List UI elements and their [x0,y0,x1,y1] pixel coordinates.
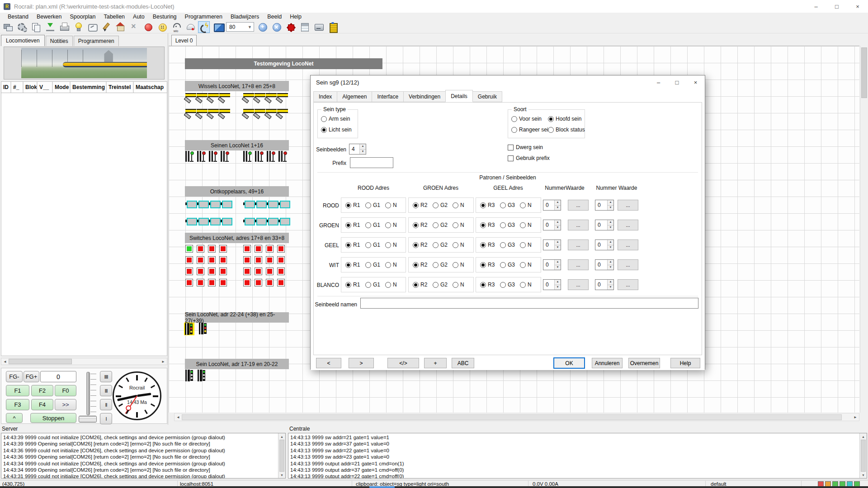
switch-output-symbol[interactable] [219,267,227,275]
seinbeelden-spinner[interactable]: 4 ▲▼ [349,144,366,155]
ontkoppelaar-symbol[interactable] [197,217,209,225]
save-button[interactable] [44,21,56,33]
spin-down-icon[interactable]: ▼ [608,265,613,270]
scroll-down-icon[interactable]: ▼ [278,472,286,478]
level-3-button[interactable]: III [100,385,112,396]
dialog-minimize-icon[interactable]: – [649,75,668,89]
radio-rangeer-sein[interactable]: Rangeer sein [511,127,551,133]
spin-down-icon[interactable]: ▼ [555,245,561,250]
maximize-icon[interactable]: □ [826,0,847,13]
radio-r3[interactable]: R3 [480,262,500,268]
dialog-title-bar[interactable]: Sein sg9 (12/12) – □ × [311,75,705,89]
scroll-down-icon[interactable]: ▼ [860,472,867,478]
dialog-maximize-icon[interactable]: □ [668,75,686,89]
scroll-right-icon[interactable]: ► [852,414,859,420]
nummer-waarde-spinner-1[interactable]: 0 ▲▼ [543,259,561,270]
delete-button[interactable] [128,21,140,33]
spinner-arrows[interactable]: ▲▼ [554,260,561,270]
spinner-arrows[interactable]: ▲▼ [607,200,613,210]
spin-down-icon[interactable]: ▼ [360,150,366,155]
spinner-arrows[interactable]: ▲▼ [554,200,561,210]
spin-down-icon[interactable]: ▼ [608,225,613,230]
tab-verbindingen[interactable]: Verbindingen [403,91,446,102]
menu-bladwijzers[interactable]: Bladwijzers [226,14,263,20]
switch-output-symbol[interactable] [277,267,285,275]
menu-tabellen[interactable]: Tabellen [99,14,129,20]
radio-g2[interactable]: G2 [433,222,453,228]
nummer-waarde-spinner-1[interactable]: 0 ▲▼ [543,200,561,211]
radio-voor-sein[interactable]: Voor sein [511,116,542,122]
menu-bewerken[interactable]: Bewerken [33,14,66,20]
radio-n2[interactable]: N [453,222,472,228]
nummer-waarde-spinner-1[interactable]: 0 ▲▼ [543,239,561,250]
more-button-2[interactable]: ... [618,279,638,290]
radio-r2[interactable]: R2 [413,242,433,248]
radio-g3[interactable]: G3 [500,202,520,208]
spinner-arrows[interactable]: ▲▼ [554,240,561,250]
sein-symbol[interactable] [243,150,251,163]
power-button[interactable] [198,21,210,33]
spinner-arrows[interactable]: ▲▼ [607,260,613,270]
clipboard-button[interactable] [326,21,338,33]
menu-help[interactable]: Help [286,14,306,20]
switch-output-symbol[interactable] [219,245,227,253]
col-blok[interactable]: Blok [24,82,38,93]
fg-plus-button[interactable]: FG+ [24,371,39,382]
slider-thumb[interactable] [79,416,97,422]
wissel-symbol[interactable] [266,109,277,117]
fg-minus-button[interactable]: FG- [6,371,23,382]
switch-output-symbol[interactable] [255,256,262,264]
radio-n2[interactable]: N [453,262,472,268]
radio-r1[interactable]: R1 [345,222,365,228]
apply-button[interactable]: Overnemen [628,358,660,368]
cancel-button[interactable]: Annuleren [592,358,623,368]
spin-up-icon[interactable]: ▲ [608,220,613,225]
sein-22-label[interactable]: Sein LocoNet, adr 22-24 (+38) en 25-27(+… [185,312,289,323]
dwerg-sein-checkbox[interactable]: Dwerg sein [508,144,543,150]
switch-output-symbol[interactable] [243,267,251,275]
spin-up-icon[interactable]: ▲ [555,260,561,265]
switch-output-symbol[interactable] [208,279,216,286]
wissel-symbol[interactable] [185,109,196,117]
edit-button[interactable] [100,21,112,33]
add-button[interactable]: + [424,358,447,368]
ontkoppelaar-symbol[interactable] [278,200,290,207]
spin-up-icon[interactable]: ▲ [608,260,613,265]
more-button-1[interactable]: ... [568,200,589,211]
radio-n3[interactable]: N [520,282,540,288]
new-plan-button[interactable] [2,21,14,33]
wissel-symbol[interactable] [208,109,219,117]
switch-output-symbol[interactable] [266,267,274,275]
emergency-stop-button[interactable] [284,21,296,33]
menu-besturing[interactable]: Besturing [149,14,181,20]
ok-button[interactable]: OK [554,358,585,368]
tab-algemeen[interactable]: Algemeen [337,91,372,102]
wissels-label[interactable]: Wissels LocoNet, 17+8 en 25+8 [185,81,289,91]
wissel-symbol[interactable] [243,93,254,101]
gebruik-prefix-checkbox[interactable]: Gebruik prefix [508,155,550,161]
switch-output-symbol[interactable] [208,267,216,275]
menu-bestand[interactable]: Bestand [4,14,33,20]
radio-g1[interactable]: G1 [365,282,385,288]
dome-button[interactable] [184,21,196,33]
switch-output-symbol[interactable] [197,279,204,286]
f4-button[interactable]: F4 [31,399,53,410]
tab-gebruik[interactable]: Gebruik [472,91,502,102]
more-button-2[interactable]: ... [618,220,638,230]
switch-output-symbol[interactable] [266,245,274,253]
switch-output-symbol[interactable] [266,279,274,286]
nummer-waarde-spinner-1[interactable]: 0 ▲▼ [543,279,561,290]
ontkoppelaar-symbol[interactable] [278,217,290,225]
scroll-left-icon[interactable]: ◄ [1,358,9,365]
switch-output-symbol[interactable] [243,256,251,264]
wissel-symbol[interactable] [219,109,230,117]
spinner-arrows[interactable]: ▲▼ [607,220,613,230]
zoom-select[interactable]: 80 ▼ [226,22,254,32]
switch-output-symbol[interactable] [255,267,262,275]
sein-17-label[interactable]: Sein LocoNet, adr 17-19 en 20-22 [185,359,289,369]
radio-n3[interactable]: N [520,262,540,268]
col-treinstel[interactable]: Treinstel [107,82,134,93]
home-button[interactable] [114,21,126,33]
tab-notities[interactable]: Notities [46,36,73,46]
radio-r2[interactable]: R2 [413,222,433,228]
